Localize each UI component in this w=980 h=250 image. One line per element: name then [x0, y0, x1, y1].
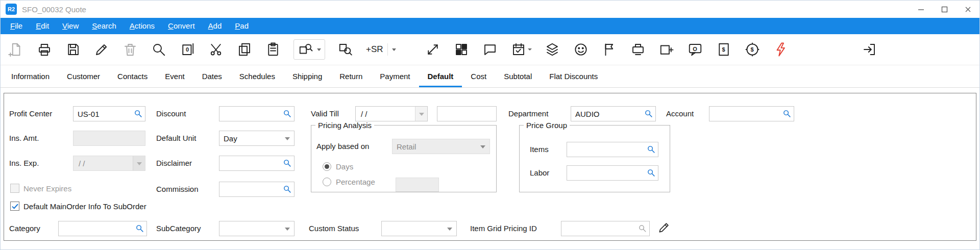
- expand-icon[interactable]: [425, 40, 441, 59]
- tab-information[interactable]: Information: [3, 65, 58, 87]
- lookup-icon[interactable]: [134, 109, 142, 118]
- account-input[interactable]: [709, 106, 794, 121]
- delete-icon[interactable]: [122, 40, 138, 59]
- grid-view-icon[interactable]: [453, 40, 470, 59]
- department-field[interactable]: [571, 106, 656, 121]
- chevron-down-icon: [480, 145, 485, 151]
- title-bar: R2 SFO_00032 Quote: [1, 1, 979, 18]
- date-dropdown-button: [133, 156, 145, 170]
- new-document-icon[interactable]: [8, 40, 24, 59]
- lookup-icon[interactable]: [135, 224, 144, 233]
- department-input[interactable]: [571, 106, 656, 121]
- tab-schedules[interactable]: Schedules: [231, 65, 284, 87]
- app-window: R2 SFO_00032 Quote File Edit View Search…: [0, 0, 980, 250]
- tab-return[interactable]: Return: [331, 65, 371, 87]
- default-unit-select[interactable]: Day: [219, 131, 295, 146]
- comment-icon[interactable]: [482, 40, 498, 59]
- disclaimer-input[interactable]: [219, 156, 295, 171]
- edit-pencil-icon[interactable]: [656, 219, 672, 236]
- lookup-icon[interactable]: [283, 109, 291, 118]
- menu-pad[interactable]: Pad: [228, 18, 255, 34]
- price-group-labor-field[interactable]: [567, 165, 658, 181]
- order-bubble-icon[interactable]: O: [687, 40, 703, 59]
- menu-file[interactable]: File: [4, 18, 29, 34]
- search-icon[interactable]: [151, 40, 167, 59]
- lightning-icon[interactable]: [773, 40, 789, 59]
- valid-till-time-field[interactable]: [437, 106, 497, 121]
- default-mainorder-checkbox[interactable]: [10, 202, 19, 211]
- item-grid-pricing-id-input[interactable]: [561, 221, 650, 236]
- category-field[interactable]: [58, 221, 147, 236]
- account-field[interactable]: [709, 106, 794, 121]
- ins-exp-date-input: / /: [73, 156, 145, 171]
- minimize-button[interactable]: [909, 1, 933, 18]
- layers-icon[interactable]: [544, 40, 560, 59]
- tab-dates[interactable]: Dates: [193, 65, 231, 87]
- price-group-items-input[interactable]: [567, 142, 658, 157]
- lookup-icon[interactable]: [283, 159, 291, 167]
- price-group-labor-input[interactable]: [567, 165, 658, 181]
- window-title: SFO_00032 Quote: [22, 5, 86, 14]
- valid-till-date-input[interactable]: / /: [355, 106, 428, 121]
- never-expires-label: Never Expires: [23, 184, 71, 193]
- billing-clock-icon[interactable]: $: [744, 40, 761, 59]
- exit-icon[interactable]: [861, 40, 877, 59]
- print-icon[interactable]: [36, 40, 53, 59]
- lookup-icon[interactable]: [647, 145, 655, 154]
- tab-customer[interactable]: Customer: [58, 65, 109, 87]
- tab-event[interactable]: Event: [156, 65, 193, 87]
- close-button[interactable]: [956, 1, 979, 18]
- price-group-items-field[interactable]: [567, 142, 658, 157]
- calendar-check-icon: [510, 40, 527, 59]
- menu-edit[interactable]: Edit: [29, 18, 56, 34]
- menu-actions[interactable]: Actions: [123, 18, 161, 34]
- smiley-icon[interactable]: [573, 40, 589, 59]
- discount-input[interactable]: [219, 106, 295, 121]
- tab-contacts[interactable]: Contacts: [109, 65, 156, 87]
- calendar-dropdown[interactable]: [510, 39, 532, 60]
- flag-icon[interactable]: [601, 40, 618, 59]
- tab-cost[interactable]: Cost: [462, 65, 495, 87]
- lookup-icon[interactable]: [782, 109, 791, 118]
- menu-view[interactable]: View: [56, 18, 85, 34]
- date-dropdown-button[interactable]: [415, 107, 427, 121]
- valid-till-time-input[interactable]: [437, 106, 497, 121]
- tab-default[interactable]: Default: [419, 65, 462, 87]
- output-device-icon[interactable]: [630, 40, 646, 59]
- chevron-down-icon: [285, 137, 290, 143]
- menu-add[interactable]: Add: [202, 18, 229, 34]
- copy-icon[interactable]: [236, 40, 253, 59]
- menu-convert[interactable]: Convert: [161, 18, 202, 34]
- item-count-value: 0: [186, 46, 189, 53]
- commission-input[interactable]: [219, 182, 295, 197]
- zoom-item-search-icon[interactable]: [337, 40, 354, 59]
- save-icon[interactable]: [65, 40, 81, 59]
- valid-till-value[interactable]: / /: [356, 107, 415, 121]
- lookup-icon[interactable]: [644, 109, 653, 118]
- new-window-icon[interactable]: [658, 40, 675, 59]
- tab-flat-discounts[interactable]: Flat Discounts: [541, 65, 606, 87]
- lookup-icon[interactable]: [647, 168, 655, 177]
- tab-subtotal[interactable]: Subtotal: [495, 65, 541, 87]
- add-subrental-button[interactable]: +SR: [366, 43, 396, 56]
- tab-payment[interactable]: Payment: [371, 65, 419, 87]
- days-radio: [323, 162, 331, 171]
- chevron-down-icon: [317, 48, 321, 53]
- profit-center-input[interactable]: [73, 106, 145, 121]
- tab-shipping[interactable]: Shipping: [284, 65, 331, 87]
- item-count-icon[interactable]: 0: [179, 40, 195, 59]
- paste-icon[interactable]: [265, 40, 281, 59]
- cut-icon[interactable]: [208, 40, 224, 59]
- maximize-button[interactable]: [933, 1, 956, 18]
- custom-status-select[interactable]: [381, 221, 457, 236]
- item-grid-pricing-id-field[interactable]: [561, 221, 650, 236]
- menu-search[interactable]: Search: [85, 18, 123, 34]
- category-input[interactable]: [58, 221, 147, 236]
- invoice-icon[interactable]: $: [716, 40, 732, 59]
- lookup-icon[interactable]: [283, 185, 291, 193]
- lookup-icon[interactable]: [638, 224, 647, 233]
- subcategory-select[interactable]: [219, 221, 295, 236]
- item-search-dropdown[interactable]: [293, 39, 325, 60]
- percentage-radio-row: Percentage: [323, 178, 375, 186]
- edit-icon[interactable]: [93, 40, 110, 59]
